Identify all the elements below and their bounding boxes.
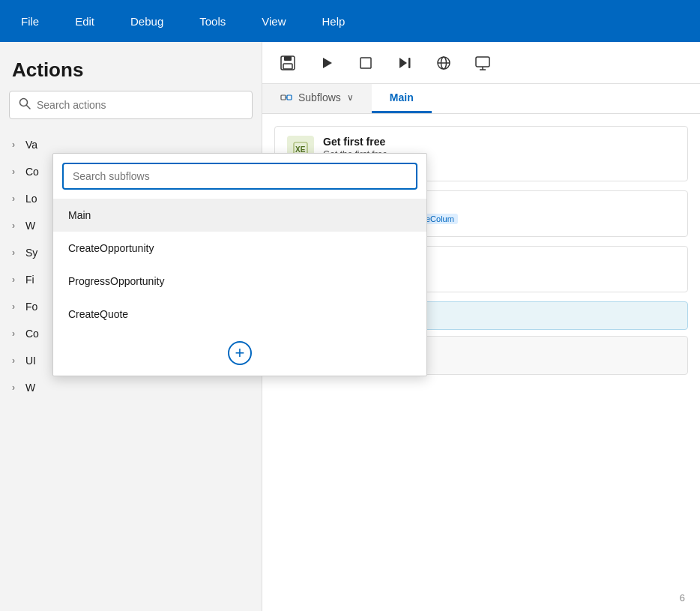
toolbar — [262, 42, 700, 84]
chevron-right-icon: › — [12, 193, 15, 204]
action-label: Lo — [25, 193, 37, 205]
menu-view[interactable]: View — [256, 12, 292, 31]
chevron-right-icon: › — [12, 355, 15, 366]
svg-rect-15 — [281, 95, 286, 100]
svg-marker-5 — [323, 58, 332, 68]
svg-rect-6 — [360, 58, 371, 68]
main-tab[interactable]: Main — [372, 84, 432, 113]
svg-line-1 — [27, 106, 31, 109]
search-bar — [9, 91, 253, 119]
action-label: Fi — [25, 274, 34, 286]
menu-edit[interactable]: Edit — [69, 12, 100, 31]
chevron-right-icon: › — [12, 328, 15, 339]
subflows-tab[interactable]: Subflows ∨ — [262, 84, 372, 113]
search-input[interactable] — [37, 99, 243, 111]
add-subflow-button[interactable]: + — [228, 341, 252, 365]
card-title: Get first free — [323, 136, 675, 148]
action-label: Co — [25, 166, 39, 178]
chevron-right-icon: › — [12, 382, 15, 393]
monitor-button[interactable] — [469, 49, 496, 76]
svg-marker-7 — [399, 58, 407, 68]
chevron-down-icon: ∨ — [347, 92, 354, 103]
svg-rect-12 — [476, 57, 489, 67]
menu-file[interactable]: File — [15, 12, 45, 31]
dropdown-item-createopportunity[interactable]: CreateOpportunity — [53, 232, 426, 265]
subflows-tab-label: Subflows — [298, 91, 341, 103]
dropdown-item-progressopportunity[interactable]: ProgressOpportunity — [53, 265, 426, 298]
svg-rect-8 — [408, 58, 411, 68]
tabs-bar: Subflows ∨ Main — [262, 84, 700, 114]
svg-rect-16 — [287, 95, 292, 100]
page-title: Actions — [0, 42, 262, 91]
list-item[interactable]: › W — [0, 374, 262, 401]
main-container: Actions › Va › Co › Lo — [0, 42, 700, 611]
chevron-right-icon: › — [12, 274, 15, 285]
menu-help[interactable]: Help — [316, 12, 351, 31]
page-number: 6 — [680, 592, 685, 604]
chevron-right-icon: › — [12, 220, 15, 231]
action-label: UI — [25, 355, 36, 367]
run-button[interactable] — [313, 49, 340, 76]
main-tab-label: Main — [390, 91, 414, 103]
action-label: Co — [25, 328, 39, 340]
chevron-right-icon: › — [12, 139, 15, 150]
left-panel: Actions › Va › Co › Lo — [0, 42, 262, 611]
action-label: Sy — [25, 247, 37, 259]
svg-rect-4 — [283, 64, 292, 69]
dropdown-item-main[interactable]: Main — [53, 199, 426, 232]
save-button[interactable] — [274, 49, 301, 76]
chevron-right-icon: › — [12, 247, 15, 258]
action-label: W — [25, 382, 35, 394]
menu-debug[interactable]: Debug — [124, 12, 169, 31]
subflows-dropdown: Main CreateOpportunity ProgressOpportuni… — [52, 153, 427, 376]
menu-tools[interactable]: Tools — [193, 12, 232, 31]
chevron-right-icon: › — [12, 301, 15, 312]
chevron-right-icon: › — [12, 166, 15, 177]
action-label: Va — [25, 139, 37, 151]
step-button[interactable] — [391, 49, 418, 76]
action-label: Fo — [25, 301, 37, 313]
stop-button[interactable] — [352, 49, 379, 76]
svg-rect-3 — [284, 56, 292, 61]
subflows-search-input[interactable] — [62, 163, 417, 190]
action-label: W — [25, 220, 35, 232]
menu-bar: File Edit Debug Tools View Help — [0, 0, 700, 42]
web-button[interactable] — [430, 49, 457, 76]
dropdown-item-createquote[interactable]: CreateQuote — [53, 298, 426, 331]
search-icon — [19, 97, 31, 112]
